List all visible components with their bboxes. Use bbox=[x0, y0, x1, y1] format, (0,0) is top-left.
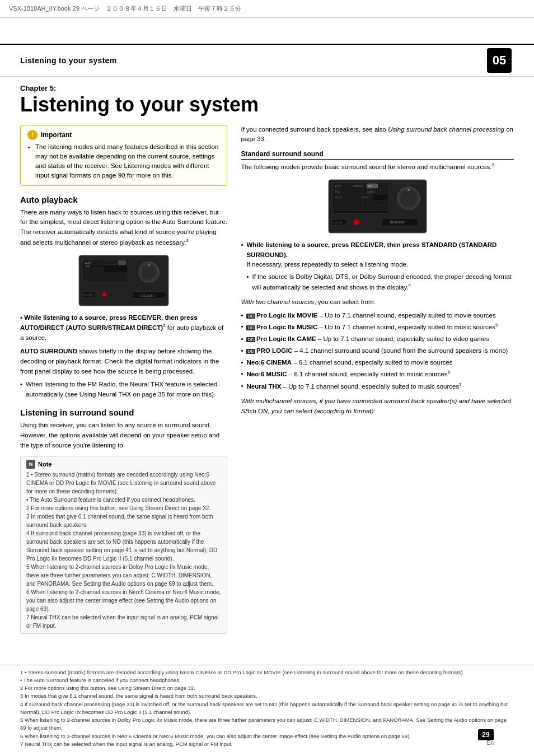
note-title: N Note bbox=[26, 460, 221, 469]
footnote-line: 6 When listening to 2-channel sources in… bbox=[20, 732, 514, 740]
chapter-number-badge: 05 bbox=[487, 48, 512, 73]
standard-sub-list: If the source is Dolby Digital, DTS, or … bbox=[246, 272, 514, 292]
standard-sub-bullet: If the source is Dolby Digital, DTS, or … bbox=[246, 272, 514, 292]
note-box: N Note 1 • Stereo surround (matrix) form… bbox=[20, 456, 227, 634]
col-left: ! Important The listening modes and many… bbox=[20, 125, 227, 634]
svg-rect-4 bbox=[118, 260, 126, 265]
note-label: Note bbox=[38, 461, 51, 468]
standard-surround-heading: Standard surround sound bbox=[241, 150, 514, 160]
important-bullet: The listening modes and many features de… bbox=[35, 142, 220, 181]
page-number: 29 bbox=[478, 729, 494, 740]
two-channel-label: With two channel sources, you can select… bbox=[241, 297, 514, 307]
important-list: The listening modes and many features de… bbox=[27, 142, 220, 181]
important-title: ! Important bbox=[27, 130, 220, 140]
auto-playback-notes: When listening to the FM Radio, the Neur… bbox=[20, 380, 227, 400]
svg-rect-12 bbox=[84, 278, 127, 282]
svg-text:TV CTRL: TV CTRL bbox=[83, 293, 93, 296]
footnote-line: 1 • Stereo surround (matrix) formats are… bbox=[20, 669, 514, 676]
main-content: Chapter 5: Listening to your system ! Im… bbox=[0, 73, 534, 645]
svg-text:RECEIVER: RECEIVER bbox=[390, 221, 405, 224]
auto-surround-body: AUTO SURROUND shows briefly in the displ… bbox=[20, 347, 227, 376]
note-line: 4 If surround back channel processing (p… bbox=[26, 529, 221, 563]
option-item: Neo:6 CINEMA – 6.1 channel sound, especi… bbox=[241, 358, 514, 368]
svg-rect-8 bbox=[84, 273, 94, 277]
important-box: ! Important The listening modes and many… bbox=[20, 125, 227, 186]
svg-text:STANDARD: STANDARD bbox=[353, 185, 363, 188]
footnote-line: 2 For more options using this button, se… bbox=[20, 684, 514, 692]
header-bar: VSX-1018AH_IIY.book 29 ページ ２００８年４月１６日 水曜… bbox=[0, 0, 534, 18]
svg-text:TV CTRL: TV CTRL bbox=[333, 221, 343, 224]
svg-rect-7 bbox=[84, 267, 104, 272]
svg-rect-43 bbox=[334, 206, 390, 211]
standard-surround-instruction-list: While listening to a source, press RECEI… bbox=[241, 240, 514, 293]
svg-rect-37 bbox=[346, 195, 354, 199]
note-line: 5 When listening to 2-channel sources in… bbox=[26, 563, 221, 588]
svg-point-15 bbox=[148, 264, 150, 267]
option-item: DDPro Logic IIx MOVIE – Up to 7.1 channe… bbox=[241, 311, 514, 321]
dd-icon: DD bbox=[246, 337, 255, 342]
dd-icon: DD bbox=[246, 314, 255, 319]
note-line: 7 Neural THX can be selected when the in… bbox=[26, 613, 221, 630]
svg-rect-42 bbox=[366, 200, 388, 205]
svg-rect-38 bbox=[355, 195, 359, 199]
standard-surround-instruction: While listening to a source, press RECEI… bbox=[241, 240, 514, 293]
svg-point-46 bbox=[407, 189, 410, 191]
svg-text:AUTO: AUTO bbox=[85, 262, 91, 264]
standard-instruction-bold: While listening to a source, press RECEI… bbox=[246, 241, 496, 258]
auto-playback-body: There are many ways to listen back to so… bbox=[20, 208, 227, 248]
dd-icon: DD bbox=[246, 349, 255, 354]
option-item: Neural THX – Up to 7.1 channel sound, es… bbox=[241, 381, 514, 392]
note-line: 6 When listening to 2-channel sources in… bbox=[26, 588, 221, 613]
file-info: VSX-1018AH_IIY.book 29 ページ ２００８年４月１６日 水曜… bbox=[9, 4, 241, 13]
option-item: DDPRO LOGIC – 4.1 channel surround sound… bbox=[241, 346, 514, 356]
svg-rect-10 bbox=[104, 273, 110, 277]
svg-text:STATUS: STATUS bbox=[367, 191, 375, 193]
footnote-line: 4 If surround back channel processing (p… bbox=[20, 701, 514, 717]
option-item: DDPro Logic IIx MUSIC – Up to 7.1 channe… bbox=[241, 322, 514, 333]
surround-body: Using this receiver, you can listen to a… bbox=[20, 421, 227, 450]
svg-rect-41 bbox=[334, 200, 364, 205]
page-lang: En bbox=[487, 740, 494, 746]
col-right: If you connected surround back speakers,… bbox=[241, 125, 514, 634]
auto-surround-label: AUTO SURROUND bbox=[20, 348, 77, 354]
svg-rect-11 bbox=[111, 273, 127, 277]
footnote-ref-3: 3 bbox=[492, 162, 494, 167]
note-line: • The Auto Surround feature is canceled … bbox=[26, 496, 221, 504]
receiver-image-right: AUTO STANDARD STD TITLE STATUS STATUS bbox=[241, 177, 514, 236]
dd-icon: DD bbox=[246, 325, 255, 330]
standard-instruction-body: If necessary, press repeatedly to select… bbox=[246, 261, 408, 268]
svg-point-45 bbox=[400, 189, 418, 207]
note-lines-container: 1 • Stereo surround (matrix) formats are… bbox=[26, 470, 221, 630]
svg-text:TITLE: TITLE bbox=[335, 191, 340, 193]
note-line: 2 For more options using this button, se… bbox=[26, 504, 221, 512]
svg-text:SIGNAL: SIGNAL bbox=[362, 197, 369, 199]
warning-icon: ! bbox=[27, 130, 38, 140]
svg-text:STATUS: STATUS bbox=[335, 197, 343, 199]
right-intro-body: If you connected surround back speakers,… bbox=[241, 125, 514, 145]
two-col-layout: ! Important The listening modes and many… bbox=[20, 125, 514, 634]
svg-text:AUTO: AUTO bbox=[335, 185, 341, 188]
svg-text:RECEIVER: RECEIVER bbox=[140, 294, 155, 297]
svg-text:STD: STD bbox=[368, 185, 372, 188]
footnotes-area: 1 • Stereo surround (matrix) formats are… bbox=[0, 665, 534, 757]
receiver-svg-left: AUTO SURR RECEIVER bbox=[76, 253, 171, 309]
note-icon: N bbox=[26, 460, 35, 469]
footnote-line: 3 In modes that give 6.1 channel sound, … bbox=[20, 692, 514, 700]
receiver-image-left: AUTO SURR RECEIVER bbox=[20, 253, 227, 309]
svg-rect-34 bbox=[380, 189, 387, 194]
svg-rect-29 bbox=[379, 184, 387, 188]
svg-point-20 bbox=[102, 292, 106, 297]
chapter-main-title: Listening to your system bbox=[20, 94, 514, 116]
option-item: Neo:6 MUSIC – 6.1 channel sound, especia… bbox=[241, 369, 514, 380]
footnote-ref-4: 4 bbox=[409, 283, 411, 288]
footnote-line: 7 Neural THX can be selected when the in… bbox=[20, 740, 514, 748]
multichannel-label: With multichannel sources, if you have c… bbox=[241, 396, 514, 417]
auto-playback-instruction: • While listening to a source, press REC… bbox=[20, 313, 227, 343]
svg-rect-3 bbox=[105, 260, 116, 265]
surround-heading: Listening in surround sound bbox=[20, 408, 227, 417]
chapter-header: Listening to your system 05 bbox=[0, 44, 534, 77]
footnote-ref-1: 1 bbox=[186, 238, 188, 243]
note-line: 1 • Stereo surround (matrix) formats are… bbox=[26, 470, 221, 496]
svg-point-49 bbox=[354, 220, 359, 225]
option-item: DDPro Logic IIx GAME – Up to 7.1 channel… bbox=[241, 334, 514, 344]
